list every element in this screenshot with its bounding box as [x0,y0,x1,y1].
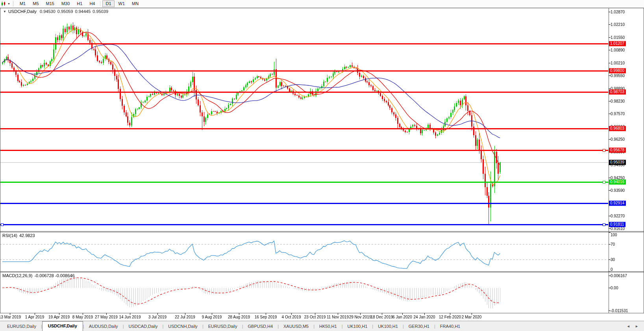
timeframe-button-M30[interactable]: M30 [58,0,73,7]
macd-indicator-name: MACD(12,26,9) [2,273,32,278]
bottom-tab-USDCAD-Daily[interactable]: USDCAD,Daily [124,322,162,331]
bottom-tab-USDCNH-Daily[interactable]: USDCNH,Daily [163,322,202,331]
bottom-tab-EURUSD-Daily[interactable]: EURUSD,Daily [2,322,41,331]
bottom-tab-GBPUSD-H4[interactable]: GBPUSD,H4 [243,322,278,331]
symbol-dropdown-icon[interactable]: ▼ [3,10,6,13]
bottom-tab-UK100-H1[interactable]: UK100,H1 [373,322,403,331]
rsi-indicator-value: 42.9823 [19,233,35,238]
chevron-down-icon[interactable]: ▼ [7,2,10,5]
rsi-pane-label: RSI(14)42.9823 [2,233,37,238]
timeframe-button-M15[interactable]: M15 [43,0,57,7]
bottom-tab-XAUUSD-M5[interactable]: XAUUSD,M5 [279,322,313,331]
price-chart-canvas[interactable] [0,8,644,321]
tab-scroll-arrows: ◄ ► [623,324,638,331]
timeframe-button-H1[interactable]: H1 [74,0,85,7]
ohlc-high: 0.95059 [57,9,73,14]
toolbar-separator [100,1,100,6]
timeframe-button-H4[interactable]: H4 [86,0,98,7]
ohlc-low: 0.94445 [75,9,91,14]
bottom-tab-AUDUSD-Daily[interactable]: AUDUSD,Daily [84,322,123,331]
top-toolbar: ▼ M1M5M15M30H1H4D1W1MN [0,0,644,8]
chart-symbol-label: USDCHF,Daily [8,9,37,14]
bottom-tab-USDCHF-Daily[interactable]: USDCHF,Daily [42,321,83,331]
tab-scroll-right-icon[interactable]: ► [635,324,638,328]
timeframe-button-D1[interactable]: D1 [102,0,114,7]
rsi-indicator-name: RSI(14) [2,233,17,238]
ohlc-open: 0.94530 [40,9,56,14]
macd-pane-label: MACD(12,26,9)-0.006728 -0.008646 [2,273,77,278]
chart-title: ▼ USDCHF,Daily 0.94530 0.95059 0.94445 0… [3,9,110,14]
symbol-tabs: EURUSD,Daily|USDCHF,Daily|AUDUSD,Daily|U… [2,321,465,331]
tab-scroll-left-icon[interactable]: ◄ [627,324,630,328]
bottom-tab-GER30-H1[interactable]: GER30,H1 [404,322,434,331]
bottom-tab-HK50-H1[interactable]: HK50,H1 [315,322,342,331]
timeframe-button-M1[interactable]: M1 [17,0,29,7]
toolbar-grip [13,1,13,6]
bottom-tab-strip: EURUSD,Daily|USDCHF,Daily|AUDUSD,Daily|U… [0,321,644,331]
timeframe-button-MN[interactable]: MN [129,0,142,7]
bottom-tab-FRA40-H1[interactable]: FRA40,H1 [435,322,465,331]
timeframe-button-group: M1M5M15M30H1H4D1W1MN [16,0,142,7]
bottom-tab-UK100-H1[interactable]: UK100,H1 [343,322,372,331]
bottom-tab-EURUSD-Daily[interactable]: EURUSD,Daily [204,322,242,331]
ohlc-close: 0.95039 [93,9,108,14]
timeframe-button-W1[interactable]: W1 [115,0,128,7]
timeframe-button-M5[interactable]: M5 [30,0,42,7]
macd-indicator-value: -0.006728 -0.008646 [34,273,74,278]
candlestick-chart-icon[interactable] [1,1,7,6]
